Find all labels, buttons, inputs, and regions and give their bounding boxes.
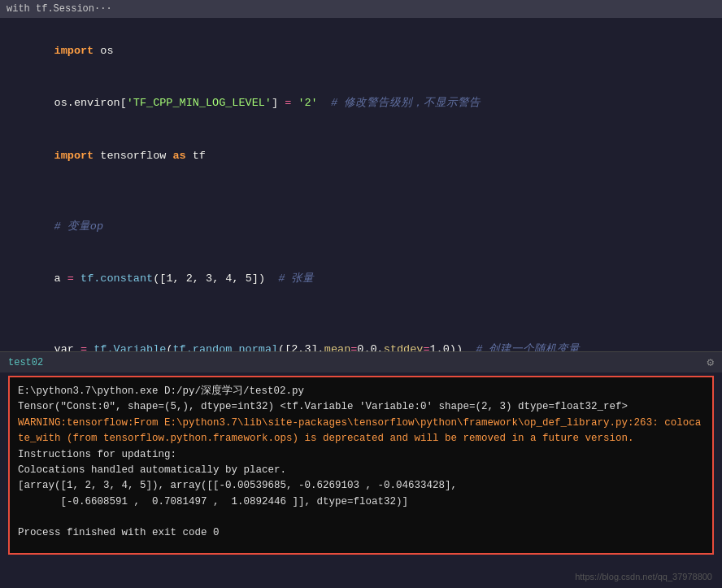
top-bar-label: with tf.Session···: [7, 3, 112, 15]
output-line-4: Instructions for updating:: [18, 447, 704, 463]
main-container: with tf.Session··· import os os.environ[…: [0, 0, 722, 588]
code-line-2: os.environ['TF_CPP_MIN_LOG_LEVEL'] = '2'…: [0, 77, 722, 130]
output-line-2: Tensor("Const:0", shape=(5,), dtype=int3…: [18, 399, 704, 415]
top-bar: with tf.Session···: [0, 0, 722, 18]
output-line-1: E:\python3.7\python.exe D:/py/深度学习/test0…: [18, 384, 704, 399]
code-line-7: [0, 306, 722, 324]
output-line-3: WARNING:tensorflow:From E:\python3.7\lib…: [18, 416, 704, 447]
code-line-8: var = tf.Variable(tf.random_normal([2,3]…: [0, 323, 722, 351]
bottom-bar: test02 ⚙: [0, 351, 722, 372]
kw-import: import os: [54, 45, 114, 57]
output-line-9: Process finished with exit code 0: [18, 525, 704, 541]
code-line-3: import tensorflow as tf: [0, 130, 722, 183]
run-label: test02: [8, 357, 43, 368]
editor-section: import os os.environ['TF_CPP_MIN_LOG_LEV…: [0, 18, 722, 351]
code-line-5: # 变量op: [0, 200, 722, 253]
output-line-8: [18, 510, 704, 525]
output-line-7: [-0.6608591 , 0.7081497 , 1.0892446 ]], …: [18, 494, 704, 510]
code-line-6: a = tf.constant([1, 2, 3, 4, 5]) # 张量: [0, 253, 722, 306]
output-line-5: Colocations handled automatically by pla…: [18, 463, 704, 478]
output-section: E:\python3.7\python.exe D:/py/深度学习/test0…: [8, 376, 714, 555]
code-line-4: [0, 182, 722, 200]
watermark: https://blog.csdn.net/qq_37978800: [575, 572, 712, 581]
output-line-6: [array([1, 2, 3, 4, 5]), array([[-0.0053…: [18, 478, 704, 494]
gear-icon[interactable]: ⚙: [707, 355, 714, 369]
code-line-1: import os: [0, 24, 722, 77]
